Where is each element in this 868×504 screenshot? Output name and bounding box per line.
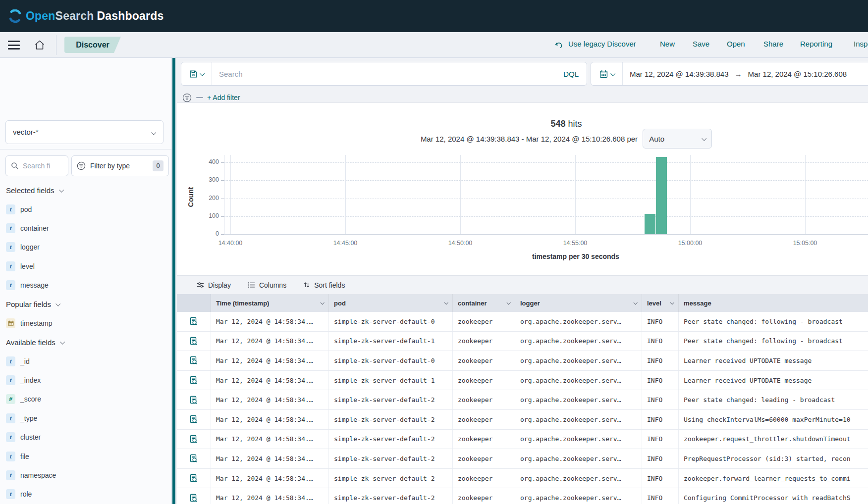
expand-document-icon[interactable] — [177, 371, 211, 390]
expand-document-icon[interactable] — [177, 390, 211, 409]
inspect-button[interactable]: Inspect — [854, 40, 868, 48]
filter-settings-icon[interactable] — [182, 93, 192, 102]
column-header-pod[interactable]: pod — [329, 294, 453, 312]
y-tick-label: 400 — [194, 158, 219, 165]
field-item-logger[interactable]: tlogger — [0, 238, 171, 256]
sidebar-divider — [0, 149, 171, 150]
field-item-_score[interactable]: #_score — [0, 390, 171, 408]
cell-message: Peer state changed: following - broadcas… — [679, 312, 868, 331]
field-item-cluster[interactable]: tcluster — [0, 428, 171, 447]
field-section-popular-fields[interactable]: Popular fields — [0, 295, 171, 313]
field-name: message — [20, 281, 49, 289]
table-row: Mar 12, 2024 @ 14:58:34.…simple-zk-serve… — [177, 410, 868, 430]
field-search-input[interactable] — [23, 162, 62, 170]
save-query-icon — [189, 70, 198, 78]
new-button[interactable]: New — [660, 40, 675, 48]
table-row: Mar 12, 2024 @ 14:58:34.…simple-zk-serve… — [177, 469, 868, 489]
cell-level: INFO — [642, 371, 679, 390]
search-input[interactable] — [212, 70, 563, 78]
chevron-down-icon — [610, 71, 615, 76]
cell-time: Mar 12, 2024 @ 14:58:34.… — [211, 410, 329, 429]
expand-document-icon[interactable] — [177, 351, 211, 370]
reporting-button[interactable]: Reporting — [800, 40, 832, 48]
column-header-time-timestamp-[interactable]: Time (timestamp) — [211, 294, 329, 312]
column-header-container[interactable]: container — [453, 294, 515, 312]
string-field-icon: t — [6, 489, 15, 499]
table-row: Mar 12, 2024 @ 14:58:34.…simple-zk-serve… — [177, 312, 868, 332]
field-item-timestamp[interactable]: timestamp — [0, 314, 171, 333]
table-row: Mar 12, 2024 @ 14:58:34.…simple-zk-serve… — [177, 430, 868, 450]
y-tick-label: 0 — [194, 230, 219, 237]
field-name: logger — [20, 243, 40, 251]
divider — [56, 35, 56, 55]
column-label: Time (timestamp) — [216, 300, 269, 307]
add-filter-link[interactable]: + Add filter — [207, 94, 240, 101]
field-section-selected-fields[interactable]: Selected fields — [0, 181, 171, 200]
table-row: Mar 12, 2024 @ 14:58:34.…simple-zk-serve… — [177, 390, 868, 410]
search-icon — [11, 162, 19, 170]
expand-document-icon[interactable] — [177, 332, 211, 351]
table-row: Mar 12, 2024 @ 14:58:34.…simple-zk-serve… — [177, 488, 868, 504]
cell-pod: simple-zk-server-default-2 — [329, 469, 453, 488]
interval-select[interactable]: Auto — [643, 129, 712, 149]
field-search-box[interactable] — [5, 155, 68, 176]
field-name: level — [20, 262, 35, 270]
brand-dashboards: Dashboards — [97, 9, 164, 22]
field-section-available-fields[interactable]: Available fields — [0, 333, 171, 352]
field-item-namespace[interactable]: tnamespace — [0, 466, 171, 485]
expand-document-icon[interactable] — [177, 430, 211, 449]
expand-document-icon[interactable] — [177, 488, 211, 504]
column-header-logger[interactable]: logger — [515, 294, 642, 312]
column-header-message[interactable]: message — [679, 294, 868, 312]
field-item-pod[interactable]: tpod — [0, 200, 171, 218]
histogram-bar[interactable] — [656, 157, 667, 234]
filter-by-type-label: Filter by type — [90, 162, 130, 170]
table-toolbar: Display Columns Sort fields — [177, 275, 868, 294]
menu-hamburger-icon[interactable] — [8, 41, 20, 50]
display-button[interactable]: Display — [197, 281, 231, 289]
histogram-bar[interactable] — [645, 214, 655, 234]
cell-container: zookeeper — [453, 469, 515, 488]
save-button[interactable]: Save — [693, 40, 709, 48]
field-item-file[interactable]: tfile — [0, 447, 171, 465]
brand-search: Search — [55, 9, 94, 22]
column-label: level — [647, 300, 661, 307]
date-from[interactable]: Mar 12, 2024 @ 14:39:38.843 — [630, 70, 729, 78]
date-quick-select-button[interactable] — [591, 62, 623, 85]
cell-time: Mar 12, 2024 @ 14:58:34.… — [211, 351, 329, 370]
breadcrumb-discover[interactable]: Discover — [64, 37, 121, 53]
expand-document-icon[interactable] — [177, 469, 211, 488]
field-item-container[interactable]: tcontainer — [0, 219, 171, 238]
use-legacy-discover-link[interactable]: Use legacy Discover — [568, 40, 636, 48]
columns-button[interactable]: Columns — [248, 281, 286, 289]
open-button[interactable]: Open — [727, 40, 745, 48]
x-gridline — [460, 155, 461, 234]
expand-document-icon[interactable] — [177, 312, 211, 331]
sidebar-resize-handle[interactable] — [172, 58, 175, 504]
share-button[interactable]: Share — [763, 40, 783, 48]
field-item-message[interactable]: tmessage — [0, 276, 171, 295]
filter-dash — [196, 97, 203, 98]
index-pattern-select[interactable]: vector-* — [5, 120, 163, 144]
date-to[interactable]: Mar 12, 2024 @ 15:10:26.608 — [748, 70, 847, 78]
chevron-down-icon — [506, 301, 510, 304]
field-item-_id[interactable]: t_id — [0, 352, 171, 371]
chevron-down-icon — [444, 301, 448, 304]
field-name: _id — [20, 357, 30, 365]
expand-document-icon[interactable] — [177, 410, 211, 429]
expand-document-icon[interactable] — [177, 449, 211, 468]
opensearch-discover-page: { "brand": { "part1": "Open", "part2": "… — [0, 0, 868, 504]
field-item-_index[interactable]: t_index — [0, 371, 171, 390]
column-header-level[interactable]: level — [642, 294, 679, 312]
saved-query-menu-button[interactable] — [181, 62, 212, 85]
field-item-_type[interactable]: t_type — [0, 409, 171, 428]
cell-message: Learner received UPTODATE message — [679, 371, 868, 390]
query-language-button[interactable]: DQL — [563, 70, 587, 78]
y-gridline — [224, 180, 868, 181]
field-item-role[interactable]: trole — [0, 485, 171, 504]
sort-fields-button[interactable]: Sort fields — [303, 281, 345, 289]
home-icon[interactable] — [34, 39, 46, 51]
cell-container: zookeeper — [453, 351, 515, 370]
field-item-level[interactable]: tlevel — [0, 257, 171, 276]
filter-by-type-button[interactable]: Filter by type 0 — [71, 155, 169, 176]
